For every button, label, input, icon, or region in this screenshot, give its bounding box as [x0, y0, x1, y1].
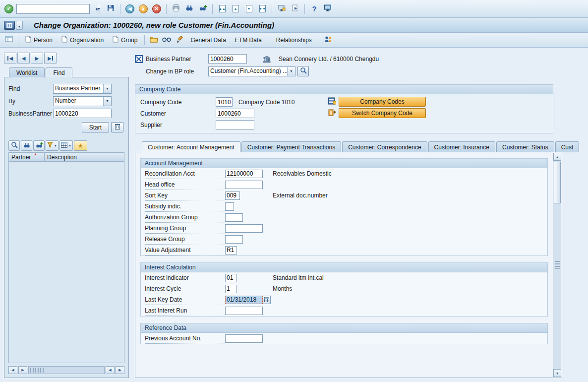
partner-column-header[interactable]: Partner ▲	[9, 153, 45, 161]
description-column-header[interactable]: Description	[45, 153, 124, 161]
first-page-button[interactable]: ▲▲	[216, 3, 228, 15]
result-list[interactable]	[8, 162, 124, 363]
release-group-input[interactable]	[225, 235, 243, 244]
toolbar-separator	[304, 4, 305, 14]
supplier-input[interactable]	[216, 120, 254, 129]
clear-button[interactable]	[111, 122, 123, 132]
new-session-button[interactable]	[276, 3, 288, 15]
calendar-icon[interactable]	[263, 296, 271, 304]
last-record-button[interactable]: ▶	[44, 53, 57, 64]
window-menu-dropdown-icon[interactable]: ▼	[16, 21, 23, 30]
previous-account-no-input[interactable]	[225, 334, 263, 343]
planning-group-input[interactable]	[225, 224, 263, 233]
subsidy-indic-label: Subsidy indic.	[145, 201, 225, 212]
find-next-in-list-button[interactable]	[33, 140, 45, 151]
back-button[interactable]: ◀	[124, 3, 136, 15]
scroll-right-icon[interactable]: ▶	[18, 366, 27, 374]
first-record-button[interactable]: ◀	[4, 53, 16, 64]
customize-layout-button[interactable]	[322, 3, 334, 15]
scroll-up-icon[interactable]: ▲	[553, 153, 561, 161]
previous-record-button[interactable]: ◀	[17, 53, 30, 64]
relationships-button[interactable]: Relationships	[272, 35, 316, 46]
general-data-button[interactable]: General Data	[186, 35, 230, 46]
open-bp-button[interactable]	[148, 34, 160, 46]
filter-button[interactable]: ▼	[46, 140, 59, 151]
tab-correspondence[interactable]: Customer: Correspondence	[342, 141, 427, 152]
help-button[interactable]: ?	[308, 3, 320, 15]
subsidy-indic-input[interactable]	[225, 202, 234, 211]
next-page-button[interactable]: ▼	[243, 3, 255, 15]
by-select[interactable]: Number ▼	[53, 96, 112, 106]
scroll-down-icon[interactable]: ▼	[553, 369, 561, 377]
business-partner-search-input[interactable]	[53, 109, 112, 118]
last-page-icon: ▼▼	[259, 5, 266, 12]
save-button[interactable]	[105, 3, 117, 15]
scroll-left-icon[interactable]: ◀	[106, 366, 115, 374]
chevron-down-icon[interactable]: ▼	[287, 67, 295, 76]
partner-relationships-button[interactable]	[322, 34, 334, 46]
create-shortcut-button[interactable]	[289, 3, 301, 15]
scroll-right-icon[interactable]: ▶	[116, 366, 124, 374]
find-type-select[interactable]: Business Partner ▼	[53, 84, 112, 94]
print-button[interactable]	[170, 3, 182, 15]
group-button[interactable]: Group	[109, 35, 141, 46]
scrollbar-track[interactable]	[28, 366, 105, 374]
display-change-button[interactable]	[161, 34, 173, 46]
field-note: External doc.number	[273, 192, 328, 199]
find-next-button[interactable]	[197, 3, 209, 15]
scroll-left-icon[interactable]: ◀	[8, 366, 17, 374]
locator-toggle-button[interactable]	[3, 34, 15, 46]
last-key-date-input[interactable]	[225, 296, 263, 304]
person-button[interactable]: Person	[21, 35, 57, 46]
chevron-down-icon[interactable]: ▼	[103, 97, 111, 106]
company-codes-button[interactable]: Company Codes	[339, 97, 426, 107]
last-page-button[interactable]: ▼▼	[256, 3, 268, 15]
business-partner-input[interactable]	[208, 54, 247, 64]
chevron-down-icon[interactable]: ▼	[103, 84, 111, 93]
company-code-input[interactable]	[216, 97, 233, 107]
tab-cut-off[interactable]: Cust	[555, 141, 580, 152]
command-input[interactable]	[17, 4, 97, 13]
favorites-button[interactable]: ★	[74, 140, 87, 151]
search-button[interactable]	[8, 140, 20, 151]
head-office-input[interactable]	[225, 181, 263, 189]
cancel-button[interactable]: ✕	[151, 3, 163, 15]
sort-key-input[interactable]	[225, 191, 240, 200]
previous-page-button[interactable]: ▲	[230, 3, 241, 15]
organization-button[interactable]: Organization	[58, 35, 108, 46]
reconciliation-acct-input[interactable]	[225, 170, 263, 178]
customer-input[interactable]	[216, 109, 254, 118]
enter-button[interactable]: ✓	[3, 3, 15, 15]
window-menu-icon[interactable]	[4, 21, 15, 30]
next-record-button[interactable]: ▶	[31, 53, 43, 64]
interest-indicator-input[interactable]	[225, 274, 237, 282]
start-button[interactable]: Start	[82, 122, 109, 132]
last-interest-run-input[interactable]	[225, 307, 263, 315]
etm-data-button[interactable]: ETM Data	[231, 35, 266, 46]
exit-button[interactable]: ▲	[137, 3, 149, 15]
role-search-button[interactable]	[297, 66, 309, 76]
new-session-icon	[278, 4, 286, 13]
tab-payment-transactions[interactable]: Customer: Payment Transactions	[241, 141, 341, 152]
scrollbar-thumb[interactable]	[554, 162, 561, 203]
scrollbar-grip[interactable]	[30, 368, 44, 373]
value-adjustment-input[interactable]	[225, 246, 237, 255]
find-button[interactable]	[183, 3, 195, 15]
tab-find[interactable]: Find	[46, 67, 72, 77]
tab-status[interactable]: Customer: Status	[496, 141, 554, 152]
bp-role-select[interactable]: Customer (Fin.Accounting) ... ▼	[208, 66, 295, 76]
interest-cycle-input[interactable]	[225, 285, 237, 293]
authorization-group-input[interactable]	[225, 213, 243, 222]
splitter-grip[interactable]	[555, 261, 560, 269]
layout-button[interactable]: ▼	[59, 140, 73, 151]
tab-account-management[interactable]: Customer: Account Management	[142, 141, 240, 152]
tab-worklist[interactable]: Worklist	[9, 67, 45, 77]
content-vertical-scrollbar[interactable]: ▲ ▼	[553, 153, 561, 377]
find-in-list-button[interactable]	[21, 140, 32, 151]
switch-company-code-button[interactable]: Switch Company Code	[339, 108, 426, 118]
collapse-command-button[interactable]: «	[91, 3, 103, 15]
tab-insurance[interactable]: Customer: Insurance	[428, 141, 495, 152]
change-documents-button[interactable]	[174, 34, 185, 46]
title-bar: ▼ Change Organization: 1000260, new role…	[0, 18, 588, 33]
command-field[interactable]: ▼	[16, 4, 90, 14]
